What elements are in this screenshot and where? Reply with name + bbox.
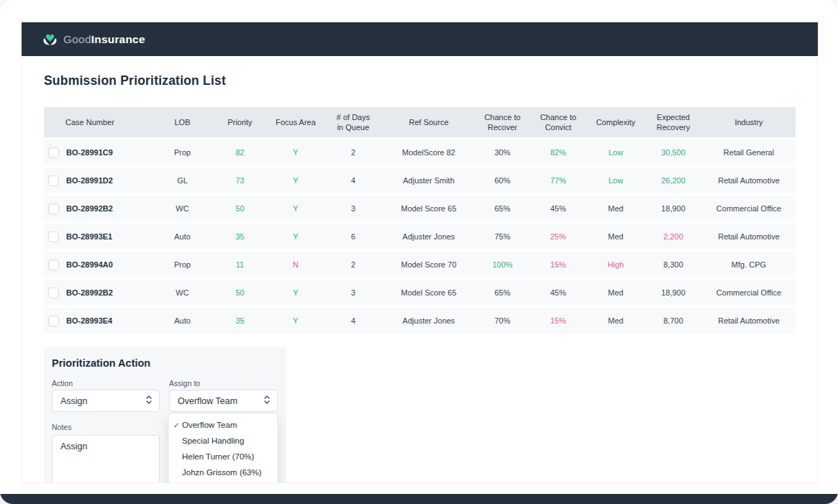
table-cell: Y: [267, 288, 324, 297]
row-checkbox[interactable]: [48, 288, 59, 298]
dropdown-item[interactable]: Helen Turner (70%): [169, 449, 277, 464]
table-cell: Retail General: [702, 148, 796, 157]
table-cell: 11: [213, 260, 267, 269]
column-header: Ref Source: [382, 117, 475, 127]
main-content: Submission Prioritization List Case Numb…: [22, 56, 818, 483]
action-label: Action: [52, 379, 73, 388]
table-cell: ModelScore 82: [382, 148, 475, 157]
column-header: Case Number: [44, 117, 152, 127]
table-row: BO-28993E1Auto35Y6Adjuster Jones75%25%Me…: [44, 224, 796, 249]
column-header: Priority: [213, 117, 267, 127]
brand-name-good: Good: [63, 33, 91, 45]
table-cell: Prop: [152, 260, 213, 269]
table-cell: Med: [587, 204, 645, 213]
row-checkbox[interactable]: [48, 175, 59, 186]
table-cell: 35: [213, 232, 267, 241]
table-cell: 2: [324, 148, 382, 157]
table-cell: Model Score 65: [382, 204, 475, 213]
checkmark-icon: ✓: [173, 417, 180, 433]
page-title: Submission Prioritization List: [44, 73, 226, 88]
table-cell: Retail Automotive: [702, 316, 796, 325]
dropdown-item[interactable]: ✓Overflow Team: [169, 417, 277, 433]
table-cell: Model Score 70: [382, 260, 475, 269]
table-cell: 50: [213, 288, 267, 297]
row-checkbox[interactable]: [48, 316, 59, 326]
table-cell: 3: [324, 288, 382, 297]
table-cell: Med: [587, 316, 645, 325]
window-footer-bar: [0, 494, 838, 504]
column-header: Complexity: [587, 117, 645, 127]
row-checkbox[interactable]: [48, 232, 59, 242]
table-cell: 30,500: [645, 148, 702, 157]
table-cell: Adjuster Jones: [382, 316, 475, 325]
brand-name: GoodInsurance: [63, 33, 145, 46]
notes-label: Notes: [52, 423, 71, 431]
case-number: BO-28993E4: [66, 316, 112, 325]
table-cell: Prop: [152, 148, 213, 157]
table-cell: 70%: [475, 316, 529, 325]
table-cell: GL: [152, 176, 213, 185]
table-cell: 3: [324, 204, 382, 213]
dropdown-item-label: Helen Turner (70%): [182, 452, 254, 461]
assign-to-select[interactable]: Overflow Team: [169, 390, 278, 412]
table-cell: Y: [267, 232, 324, 241]
table-cell: Auto: [152, 232, 213, 241]
case-number: BO-28993E1: [66, 232, 112, 241]
table-cell: Y: [267, 204, 324, 213]
table-header-row: Case NumberLOBPriorityFocus Area# of Day…: [44, 107, 796, 137]
table-cell: 45%: [529, 288, 587, 297]
table-row: BO-28992B2WC50Y3Model Score 6565%45%Med1…: [44, 280, 796, 306]
submission-table: Case NumberLOBPriorityFocus Area# of Day…: [44, 107, 796, 334]
table-cell: 45%: [529, 204, 587, 213]
table-body: BO-28991C9Prop82Y2ModelScore 8230%82%Low…: [44, 139, 796, 334]
dropdown-item-label: Johzn Grissom (63%): [182, 468, 262, 477]
table-row: BO-28991D2GL73Y4Adjuster Smith60%77%Low2…: [44, 168, 796, 193]
chevron-updown-icon: [145, 395, 152, 407]
table-cell: 4: [324, 316, 382, 325]
table-cell: 4: [324, 176, 382, 185]
dropdown-item[interactable]: Johzn Grissom (63%): [169, 464, 277, 480]
table-row: BO-28994A0Prop11N2Model Score 70100%15%H…: [44, 252, 796, 278]
table-cell: 2,200: [645, 232, 702, 241]
row-checkbox[interactable]: [48, 147, 59, 158]
table-cell: Commercial Office: [702, 288, 796, 297]
row-checkbox[interactable]: [48, 260, 59, 270]
table-cell: 26,200: [645, 176, 702, 185]
hands-heart-icon: [42, 32, 58, 47]
brand-logo: GoodInsurance: [42, 32, 145, 47]
column-header: Industry: [702, 117, 796, 127]
table-cell: WC: [152, 288, 213, 297]
table-cell: Model Score 65: [382, 288, 475, 297]
column-header: Focus Area: [267, 117, 324, 127]
assign-to-dropdown-menu: ✓Overflow TeamSpecial HandlingHelen Turn…: [168, 413, 278, 483]
table-cell: Med: [587, 288, 645, 297]
table-cell: Y: [267, 316, 324, 325]
action-select[interactable]: Assign: [52, 390, 160, 412]
table-cell: 73: [213, 176, 267, 185]
table-cell: 82: [213, 148, 267, 157]
table-cell: 100%: [475, 260, 529, 269]
table-cell: 65%: [475, 288, 529, 297]
panel-title: Prioritization Action: [52, 357, 150, 369]
table-cell: 30%: [475, 148, 529, 157]
table-cell: Commercial Office: [702, 204, 796, 213]
dropdown-item[interactable]: Special Handling: [169, 433, 277, 449]
table-cell: 60%: [475, 176, 529, 185]
row-checkbox[interactable]: [48, 203, 59, 214]
table-cell: Auto: [152, 316, 213, 325]
action-select-value: Assign: [60, 396, 88, 406]
table-cell: 65%: [475, 204, 529, 213]
table-row: BO-28992B2WC50Y3Model Score 6565%45%Med1…: [44, 196, 796, 221]
table-cell: 18,900: [645, 288, 702, 297]
table-cell: 15%: [529, 260, 587, 269]
table-cell: Low: [587, 148, 645, 157]
assign-to-label: Assign to: [169, 379, 200, 388]
column-header: LOB: [152, 117, 213, 127]
table-cell: 50: [213, 204, 267, 213]
case-number: BO-28994A0: [66, 260, 113, 269]
table-cell: 18,900: [645, 204, 702, 213]
table-cell: N: [267, 260, 324, 269]
table-cell: Retail Automotive: [702, 232, 796, 241]
notes-textarea[interactable]: Assign: [52, 435, 160, 483]
table-cell: Retail Automotive: [702, 176, 796, 185]
